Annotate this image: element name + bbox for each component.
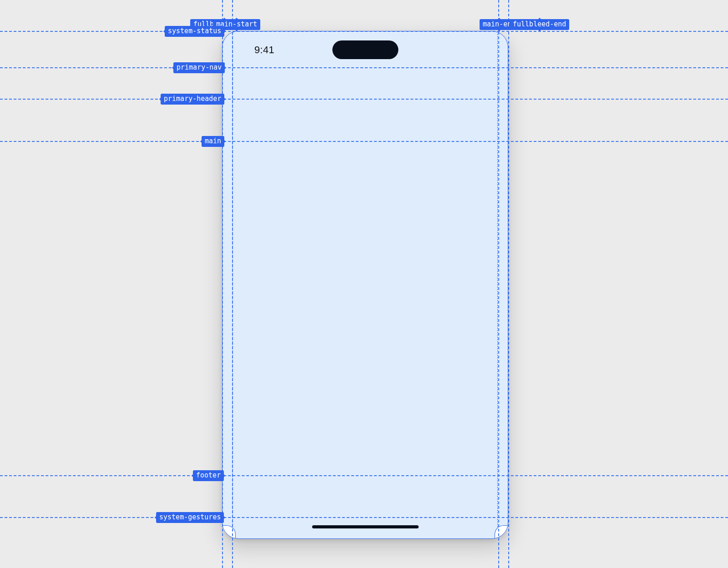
corner-bottom-left — [222, 525, 236, 539]
dynamic-island — [332, 40, 398, 59]
tag-footer: footer — [193, 470, 224, 481]
tag-system-status: system-status — [165, 26, 224, 37]
phone-frame: 9:41 — [222, 31, 508, 539]
home-indicator[interactable] — [312, 525, 419, 528]
tag-system-gestures: system-gestures — [156, 512, 224, 523]
tag-primary-header: primary-header — [161, 94, 224, 105]
tag-fullbleed-end: fullbleed-end — [510, 19, 569, 30]
safe-area-outline — [233, 31, 498, 538]
status-bar-time: 9:41 — [254, 44, 274, 56]
tag-primary-nav: primary-nav — [173, 62, 225, 73]
guide-fullbleed-end — [508, 0, 509, 568]
tag-main: main — [202, 136, 224, 147]
corner-bottom-right — [495, 525, 508, 539]
